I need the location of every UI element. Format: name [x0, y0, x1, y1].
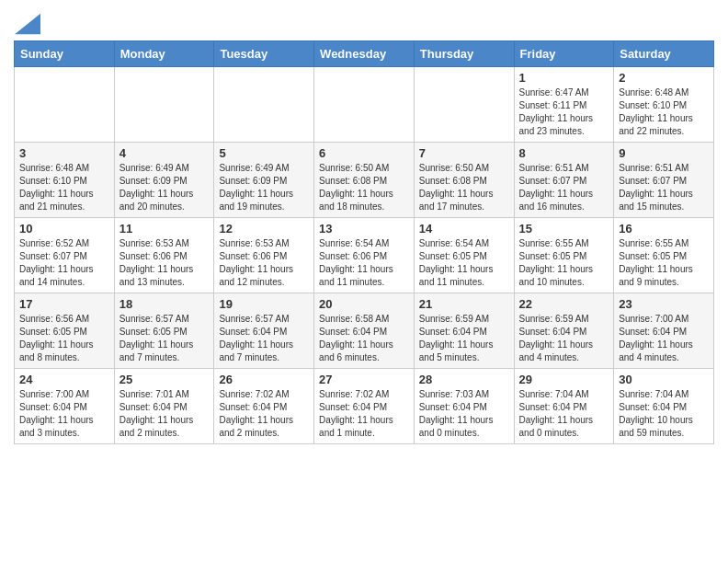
day-number: 17: [19, 297, 109, 311]
day-cell: 16Sunrise: 6:55 AMSunset: 6:05 PMDayligh…: [614, 218, 714, 293]
day-detail-line: Sunset: 6:11 PM: [519, 100, 587, 110]
day-detail-line: Sunrise: 7:03 AM: [419, 389, 489, 399]
day-detail-line: Sunset: 6:04 PM: [119, 402, 188, 412]
day-detail-line: Daylight: 11 hours: [319, 189, 393, 199]
day-detail: Sunrise: 7:04 AMSunset: 6:04 PMDaylight:…: [619, 388, 709, 440]
day-detail-line: Daylight: 11 hours: [519, 339, 594, 350]
day-detail-line: and 59 minutes.: [619, 428, 684, 438]
day-detail-line: Sunset: 6:09 PM: [219, 176, 287, 186]
day-detail-line: Sunrise: 6:51 AM: [619, 163, 688, 173]
day-detail: Sunrise: 6:57 AMSunset: 6:05 PMDaylight:…: [119, 313, 210, 364]
day-cell: 10Sunrise: 6:52 AMSunset: 6:07 PMDayligh…: [15, 218, 115, 293]
day-number: 24: [19, 373, 109, 386]
day-detail-line: Daylight: 11 hours: [419, 415, 494, 425]
day-cell: [214, 67, 314, 143]
day-detail-line: and 9 minutes.: [619, 277, 679, 287]
day-detail-line: Sunrise: 7:01 AM: [119, 389, 189, 399]
day-detail: Sunrise: 7:03 AMSunset: 6:04 PMDaylight:…: [419, 388, 509, 440]
day-detail-line: Daylight: 11 hours: [119, 415, 194, 425]
day-detail-line: and 7 minutes.: [219, 352, 279, 362]
day-detail-line: Sunrise: 7:02 AM: [319, 389, 389, 399]
day-detail-line: Sunrise: 6:54 AM: [419, 238, 489, 248]
day-detail-line: Sunset: 6:06 PM: [219, 251, 287, 261]
day-cell: 2Sunrise: 6:48 AMSunset: 6:10 PMDaylight…: [614, 67, 714, 143]
day-detail: Sunrise: 6:51 AMSunset: 6:07 PMDaylight:…: [519, 162, 609, 213]
day-detail-line: Sunrise: 6:49 AM: [119, 163, 189, 173]
day-detail-line: and 8 minutes.: [19, 352, 80, 362]
day-detail-line: Daylight: 11 hours: [119, 339, 194, 350]
day-detail: Sunrise: 6:56 AMSunset: 6:05 PMDaylight:…: [19, 313, 109, 364]
day-detail-line: Daylight: 11 hours: [619, 339, 693, 350]
day-cell: [414, 67, 514, 143]
day-detail-line: Sunset: 6:06 PM: [319, 251, 387, 261]
day-cell: 8Sunrise: 6:51 AMSunset: 6:07 PMDaylight…: [514, 143, 614, 218]
day-detail: Sunrise: 6:54 AMSunset: 6:05 PMDaylight:…: [419, 237, 509, 289]
day-detail: Sunrise: 6:49 AMSunset: 6:09 PMDaylight:…: [219, 162, 309, 213]
day-cell: 19Sunrise: 6:57 AMSunset: 6:04 PMDayligh…: [214, 293, 314, 369]
day-detail-line: Daylight: 11 hours: [519, 113, 594, 123]
day-number: 27: [319, 373, 409, 386]
day-detail-line: and 18 minutes.: [319, 201, 384, 212]
day-cell: 5Sunrise: 6:49 AMSunset: 6:09 PMDaylight…: [214, 143, 314, 218]
day-cell: [114, 67, 214, 143]
day-cell: 13Sunrise: 6:54 AMSunset: 6:06 PMDayligh…: [314, 218, 415, 293]
day-detail-line: Sunset: 6:04 PM: [619, 402, 687, 412]
day-detail-line: and 16 minutes.: [519, 201, 585, 212]
day-detail-line: Daylight: 11 hours: [319, 264, 393, 274]
day-detail-line: Sunrise: 6:47 AM: [519, 87, 589, 98]
day-detail-line: Sunset: 6:04 PM: [519, 402, 587, 412]
day-detail-line: Sunrise: 6:48 AM: [19, 163, 89, 173]
day-detail-line: Sunset: 6:05 PM: [19, 327, 87, 337]
day-number: 9: [619, 146, 709, 160]
day-detail-line: Sunrise: 7:02 AM: [219, 389, 289, 399]
day-cell: [314, 67, 415, 143]
day-cell: 23Sunrise: 7:00 AMSunset: 6:04 PMDayligh…: [614, 293, 714, 369]
day-detail-line: Daylight: 11 hours: [519, 415, 594, 425]
day-detail-line: Sunrise: 6:57 AM: [119, 314, 189, 324]
day-cell: 6Sunrise: 6:50 AMSunset: 6:08 PMDaylight…: [314, 143, 415, 218]
day-detail-line: Daylight: 11 hours: [519, 189, 594, 199]
day-detail: Sunrise: 6:48 AMSunset: 6:10 PMDaylight:…: [19, 162, 109, 213]
day-detail-line: and 11 minutes.: [419, 277, 484, 287]
day-number: 25: [119, 373, 210, 386]
day-detail-line: Sunset: 6:04 PM: [319, 327, 387, 337]
day-detail-line: Daylight: 11 hours: [519, 264, 594, 274]
day-detail: Sunrise: 7:01 AMSunset: 6:04 PMDaylight:…: [119, 388, 210, 440]
day-detail: Sunrise: 6:52 AMSunset: 6:07 PMDaylight:…: [19, 237, 109, 289]
day-cell: 18Sunrise: 6:57 AMSunset: 6:05 PMDayligh…: [114, 293, 214, 369]
week-row-0: 1Sunrise: 6:47 AMSunset: 6:11 PMDaylight…: [15, 67, 714, 143]
week-row-4: 24Sunrise: 7:00 AMSunset: 6:04 PMDayligh…: [15, 369, 714, 444]
day-number: 28: [419, 373, 509, 386]
day-detail-line: Daylight: 11 hours: [419, 189, 494, 199]
day-detail-line: Daylight: 11 hours: [219, 264, 293, 274]
day-detail-line: and 4 minutes.: [519, 352, 580, 362]
day-detail: Sunrise: 6:53 AMSunset: 6:06 PMDaylight:…: [119, 237, 210, 289]
day-detail-line: Sunset: 6:04 PM: [419, 402, 487, 412]
day-detail: Sunrise: 6:49 AMSunset: 6:09 PMDaylight:…: [119, 162, 210, 213]
day-detail-line: Sunrise: 6:58 AM: [319, 314, 389, 324]
day-cell: 11Sunrise: 6:53 AMSunset: 6:06 PMDayligh…: [114, 218, 214, 293]
day-detail-line: Daylight: 11 hours: [19, 339, 94, 350]
day-number: 4: [119, 146, 210, 160]
day-detail-line: Sunrise: 6:59 AM: [419, 314, 489, 324]
day-number: 20: [319, 297, 409, 311]
day-number: 6: [319, 146, 409, 160]
day-detail-line: Sunset: 6:04 PM: [419, 327, 487, 337]
day-detail-line: Daylight: 11 hours: [19, 415, 94, 425]
day-number: 22: [519, 297, 609, 311]
day-detail-line: and 5 minutes.: [419, 352, 480, 362]
day-cell: 24Sunrise: 7:00 AMSunset: 6:04 PMDayligh…: [15, 369, 115, 444]
day-number: 29: [519, 373, 609, 386]
day-cell: 4Sunrise: 6:49 AMSunset: 6:09 PMDaylight…: [114, 143, 214, 218]
day-detail-line: and 2 minutes.: [219, 428, 279, 438]
day-detail-line: Sunrise: 7:04 AM: [519, 389, 589, 399]
day-cell: [15, 67, 115, 143]
day-detail-line: Sunrise: 6:50 AM: [319, 163, 389, 173]
day-number: 26: [219, 373, 309, 386]
day-detail-line: and 17 minutes.: [419, 201, 484, 212]
weekday-header-friday: Friday: [514, 41, 614, 67]
header: [14, 9, 714, 33]
day-detail-line: Sunset: 6:09 PM: [119, 176, 188, 186]
day-number: 23: [619, 297, 709, 311]
day-detail-line: and 15 minutes.: [619, 201, 684, 212]
